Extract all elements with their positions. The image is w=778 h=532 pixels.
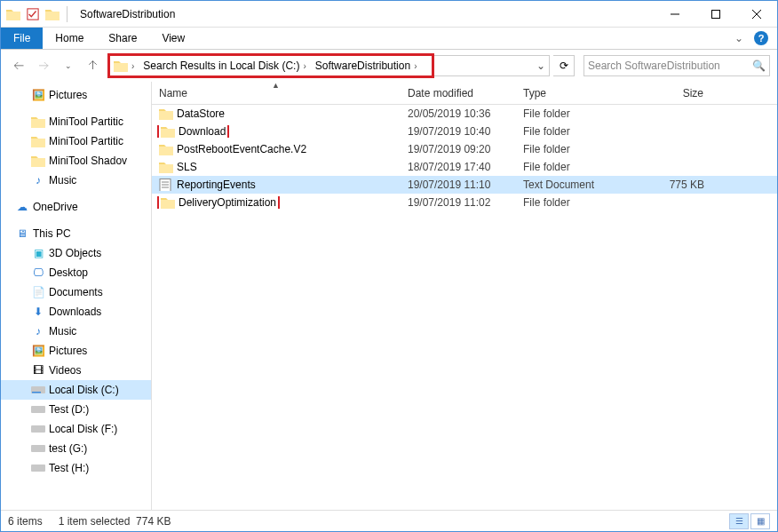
- onedrive-icon: ☁: [15, 200, 29, 214]
- file-row[interactable]: DeliveryOptimization19/07/2019 11:02File…: [152, 194, 777, 211]
- tree-localdisk-c[interactable]: Local Disk (C:): [1, 380, 151, 400]
- forward-button[interactable]: 🡢: [33, 55, 54, 76]
- tree-local-f[interactable]: Local Disk (F:): [1, 419, 151, 439]
- folder-icon: [161, 196, 175, 209]
- tab-view[interactable]: View: [149, 28, 197, 49]
- desktop-icon: 🖵: [31, 266, 45, 280]
- file-row[interactable]: DataStore20/05/2019 10:36File folder: [152, 105, 777, 123]
- help-icon[interactable]: ?: [754, 31, 768, 45]
- svg-rect-7: [31, 406, 45, 413]
- file-name: ReportingEvents: [177, 179, 256, 191]
- file-name: SLS: [177, 161, 197, 173]
- tab-file[interactable]: File: [1, 28, 43, 49]
- file-date: 19/07/2019 10:40: [401, 125, 516, 138]
- view-details-button[interactable]: ☰: [729, 513, 749, 529]
- tree-test-d[interactable]: Test (D:): [1, 400, 151, 419]
- pictures-icon: 🖼️: [31, 344, 45, 358]
- address-dropdown-icon[interactable]: ⌄: [533, 60, 549, 72]
- tree-pictures2[interactable]: 🖼️Pictures: [1, 341, 151, 361]
- tree-minitool2[interactable]: MiniTool Partitic: [1, 131, 151, 151]
- tree-documents[interactable]: 📄Documents: [1, 282, 151, 302]
- tree-thispc[interactable]: 🖥This PC: [1, 224, 151, 243]
- tree-minitool1[interactable]: MiniTool Partitic: [1, 112, 151, 131]
- folder-icon: [159, 161, 173, 173]
- view-thumbnails-button[interactable]: ▦: [750, 513, 770, 529]
- videos-icon: 🎞: [31, 363, 45, 377]
- file-row[interactable]: ReportingEvents19/07/2019 11:10Text Docu…: [152, 176, 777, 194]
- refresh-button[interactable]: ⟳: [553, 55, 575, 76]
- folder-icon: [161, 125, 175, 138]
- window-title: SoftwareDistribution: [75, 8, 655, 20]
- tree-pictures[interactable]: 🖼️Pictures: [1, 85, 151, 105]
- status-selected: 1 item selected 774 KB: [59, 515, 171, 528]
- column-type[interactable]: Type: [516, 82, 623, 104]
- file-name: DeliveryOptimization: [179, 196, 276, 209]
- tree-music2[interactable]: ♪Music: [1, 322, 151, 341]
- file-row[interactable]: SLS18/07/2019 17:40File folder: [152, 158, 777, 176]
- tree-music[interactable]: ♪Music: [1, 171, 151, 190]
- music-icon: ♪: [31, 324, 45, 338]
- tree-desktop[interactable]: 🖵Desktop: [1, 263, 151, 282]
- back-button[interactable]: 🡠: [8, 55, 29, 76]
- tree-minitool3[interactable]: MiniTool Shadov: [1, 151, 151, 171]
- 3dobjects-icon: ▣: [31, 246, 45, 260]
- tree-onedrive[interactable]: ☁OneDrive: [1, 197, 151, 217]
- file-row[interactable]: Download19/07/2019 10:40File folder: [152, 123, 777, 140]
- folder-icon: [159, 143, 173, 155]
- folder-icon: [31, 134, 45, 148]
- svg-rect-9: [31, 445, 45, 452]
- navigation-pane[interactable]: 🖼️Pictures MiniTool Partitic MiniTool Pa…: [1, 82, 152, 510]
- up-button[interactable]: 🡡: [83, 55, 104, 76]
- ribbon-tabs: File Home Share View ⌄ ?: [1, 28, 777, 50]
- drive-icon: [31, 441, 45, 456]
- pictures-icon: 🖼️: [31, 88, 45, 102]
- file-date: 18/07/2019 17:40: [401, 161, 516, 173]
- column-size[interactable]: Size: [623, 82, 711, 104]
- drive-icon: [31, 422, 45, 436]
- qat-properties-icon[interactable]: [26, 7, 40, 21]
- address-bar[interactable]: › Search Results in Local Disk (C:)› Sof…: [107, 55, 550, 76]
- tab-share[interactable]: Share: [96, 28, 149, 49]
- tree-downloads[interactable]: ⬇Downloads: [1, 302, 151, 322]
- breadcrumb-seg1[interactable]: Search Results in Local Disk (C:): [143, 60, 299, 72]
- file-date: 19/07/2019 09:20: [401, 143, 516, 155]
- file-date: 19/07/2019 11:02: [401, 196, 516, 209]
- minimize-button[interactable]: [655, 1, 695, 28]
- close-button[interactable]: [736, 1, 777, 28]
- chevron-right-icon[interactable]: ›: [301, 61, 307, 71]
- chevron-right-icon[interactable]: ›: [130, 61, 136, 71]
- recent-dropdown-icon[interactable]: ⌄: [58, 55, 79, 76]
- file-type: Text Document: [516, 179, 623, 191]
- sort-asc-icon: ▲: [272, 81, 280, 90]
- tab-home[interactable]: Home: [43, 28, 96, 49]
- file-name: PostRebootEventCache.V2: [177, 143, 306, 155]
- column-headers: ▲Name Date modified Type Size: [152, 82, 777, 105]
- chevron-right-icon[interactable]: ›: [412, 61, 418, 71]
- nav-bar: 🡠 🡢 ⌄ 🡡 › Search Results in Local Disk (…: [1, 50, 777, 82]
- file-type: File folder: [516, 196, 623, 209]
- status-bar: 6 items 1 item selected 774 KB ☰ ▦: [1, 510, 777, 531]
- search-input[interactable]: Search SoftwareDistribution 🔍: [584, 55, 770, 76]
- tree-test-h[interactable]: Test (H:): [1, 458, 151, 478]
- folder-icon: [31, 154, 45, 168]
- ribbon-expand-icon[interactable]: ⌄: [734, 32, 743, 44]
- column-date[interactable]: Date modified: [401, 82, 516, 104]
- breadcrumb-seg2[interactable]: SoftwareDistribution: [315, 60, 410, 72]
- folder-icon: [31, 115, 45, 129]
- tree-test-g[interactable]: test (G:): [1, 439, 151, 458]
- search-icon[interactable]: 🔍: [752, 60, 766, 72]
- tree-videos[interactable]: 🎞Videos: [1, 361, 151, 380]
- downloads-icon: ⬇: [31, 305, 45, 319]
- qat-newfolder-icon[interactable]: [45, 8, 60, 20]
- tree-3dobjects[interactable]: ▣3D Objects: [1, 243, 151, 263]
- file-row[interactable]: PostRebootEventCache.V219/07/2019 09:20F…: [152, 140, 777, 158]
- drive-icon: [31, 383, 45, 397]
- maximize-button[interactable]: [695, 1, 736, 28]
- file-type: File folder: [516, 125, 623, 138]
- column-name[interactable]: ▲Name: [152, 82, 401, 104]
- file-type: File folder: [516, 107, 623, 120]
- search-placeholder: Search SoftwareDistribution: [588, 60, 720, 72]
- textfile-icon: [159, 179, 173, 191]
- file-name: Download: [179, 125, 226, 138]
- file-date: 20/05/2019 10:36: [401, 107, 516, 120]
